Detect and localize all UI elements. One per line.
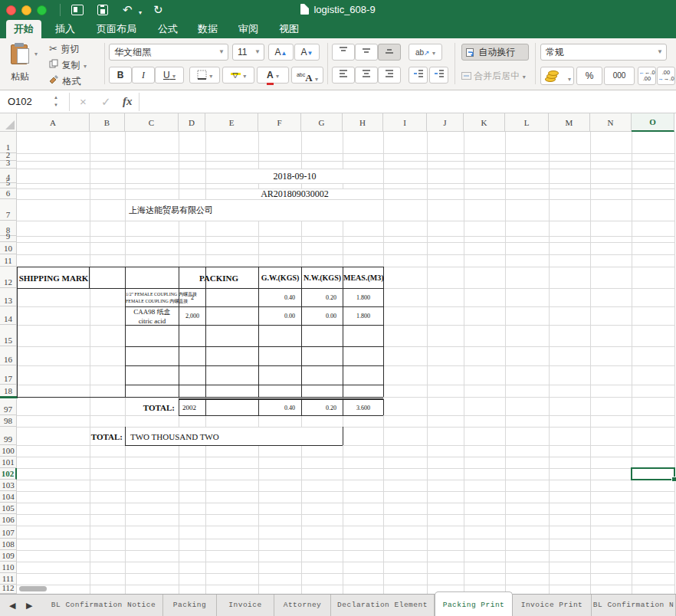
row-header-110[interactable]: 110	[0, 562, 17, 573]
grow-font-button[interactable]: A▲	[268, 44, 294, 61]
font-color-dropdown-icon[interactable]: ▾	[276, 73, 279, 80]
align-left-button[interactable]	[332, 67, 355, 84]
column-header-D[interactable]: D	[179, 113, 205, 132]
sheet-tab-packing-print[interactable]: Packing Print	[435, 591, 513, 616]
selected-cell-O102[interactable]	[631, 467, 675, 480]
row-header-100[interactable]: 100	[0, 445, 17, 457]
align-top-button[interactable]	[332, 44, 355, 61]
row-header-97[interactable]: 97	[0, 399, 17, 415]
column-header-K[interactable]: K	[464, 113, 505, 132]
column-header-F[interactable]: F	[258, 113, 301, 132]
row-header-101[interactable]: 101	[0, 457, 17, 468]
tab-insert[interactable]: 插入	[48, 20, 83, 38]
row-header-107[interactable]: 107	[0, 526, 17, 539]
row-header-106[interactable]: 106	[0, 514, 17, 526]
cell-D12[interactable]: PACKING	[179, 267, 258, 288]
font-color-button[interactable]: A ▾	[257, 67, 289, 84]
percent-style-button[interactable]: %	[576, 67, 602, 85]
row-header-16[interactable]: 16	[0, 346, 17, 365]
underline-dropdown-icon[interactable]: ▾	[172, 73, 176, 80]
cell-B99[interactable]: TOTAL:	[90, 428, 125, 445]
column-header-G[interactable]: G	[301, 113, 343, 132]
cell-C97[interactable]: TOTAL:	[126, 400, 179, 415]
cancel-icon[interactable]: ×	[80, 90, 87, 113]
horizontal-scrollbar-thumb[interactable]	[19, 586, 47, 591]
row-header-99[interactable]: 99	[0, 427, 17, 445]
phonetic-button[interactable]: abcA ▾	[291, 67, 323, 84]
align-bottom-button[interactable]	[378, 44, 401, 61]
align-middle-button[interactable]	[355, 44, 378, 61]
sheet-tab-bl-confirmation-n[interactable]: BL Confirmation N	[592, 595, 676, 616]
font-name-dropdown-icon[interactable]: ▼	[218, 44, 225, 60]
row-header-6[interactable]: 6	[0, 188, 17, 199]
cell-F97[interactable]: 0.40	[259, 400, 301, 415]
fill-color-button[interactable]: 🜄 ▾	[222, 67, 254, 84]
cell-D14[interactable]: 2,000	[179, 307, 205, 325]
orientation-button[interactable]: ab↗ ▾	[409, 44, 442, 61]
cell-H14[interactable]: 1.800	[343, 307, 383, 325]
sheet-tab-packing[interactable]: Packing	[163, 595, 217, 616]
cell-H13[interactable]: 1.800	[343, 289, 383, 306]
sheet-tab-invoice-print[interactable]: Invoice Print	[513, 595, 592, 616]
shrink-font-button[interactable]: A▼	[294, 44, 320, 61]
merge-center-button[interactable]: 合并后居中 ▾	[461, 70, 526, 83]
increase-decimal-button[interactable]: ←←.0 .00	[638, 67, 656, 85]
bold-button[interactable]: B	[109, 67, 132, 84]
column-header-E[interactable]: E	[205, 113, 258, 132]
row-header-17[interactable]: 17	[0, 365, 17, 385]
orientation-dropdown-icon[interactable]: ▾	[432, 50, 435, 57]
row-header-13[interactable]: 13	[0, 288, 17, 306]
accounting-dropdown-icon[interactable]: ▾	[568, 72, 571, 87]
tab-view[interactable]: 视图	[271, 20, 307, 38]
font-size-combobox[interactable]: 11 ▼	[232, 44, 264, 61]
row-header-105[interactable]: 105	[0, 503, 17, 514]
row-header-9[interactable]: 9	[0, 236, 17, 242]
number-format-dropdown-icon[interactable]: ▼	[657, 44, 663, 60]
row-header-112[interactable]: 112	[0, 585, 17, 594]
row-header-108[interactable]: 108	[0, 539, 17, 550]
row-header-98[interactable]: 98	[0, 415, 17, 427]
decrease-indent-button[interactable]	[409, 67, 428, 84]
column-header-M[interactable]: M	[549, 113, 590, 132]
enter-icon[interactable]: ✓	[101, 90, 111, 113]
column-header-B[interactable]: B	[90, 113, 125, 132]
prev-sheet-icon[interactable]: ◀	[9, 595, 15, 616]
select-all-corner[interactable]	[0, 113, 17, 132]
row-header-7[interactable]: 7	[0, 199, 17, 221]
align-center-button[interactable]	[355, 67, 378, 84]
phonetic-dropdown-icon[interactable]: ▾	[315, 76, 318, 83]
decrease-decimal-button[interactable]: .00 →→.0	[657, 67, 675, 85]
fill-color-dropdown-icon[interactable]: ▾	[243, 73, 246, 80]
cell-C14[interactable]: CAA98 纸盒citric acid	[126, 307, 179, 325]
cell-E4[interactable]: 2018-09-10	[206, 169, 383, 183]
column-header-L[interactable]: L	[505, 113, 549, 132]
comma-style-button[interactable]: 000	[604, 67, 635, 85]
cell-H97[interactable]: 3.600	[343, 400, 383, 415]
cell-F13[interactable]: 0.40	[259, 289, 301, 306]
borders-dropdown-icon[interactable]: ▾	[209, 73, 212, 80]
cell-C7[interactable]: 上海达能贸易有限公司	[126, 200, 378, 221]
row-header-104[interactable]: 104	[0, 491, 17, 503]
align-right-button[interactable]	[378, 67, 401, 84]
row-header-12[interactable]: 12	[0, 267, 17, 288]
font-name-combobox[interactable]: 华文细黑 ▼	[109, 44, 228, 61]
fill-handle[interactable]	[671, 477, 676, 482]
tab-formulas[interactable]: 公式	[150, 20, 185, 38]
tab-home[interactable]: 开始	[6, 20, 41, 38]
row-header-15[interactable]: 15	[0, 325, 17, 346]
underline-button[interactable]: U ▾	[155, 67, 184, 84]
insert-function-icon[interactable]: fx	[123, 90, 133, 113]
sheet-tab-bl-confirmation-notice[interactable]: BL Confirmation Notice	[44, 595, 163, 616]
sheet-tab-declaration-element[interactable]: Declaration Element	[331, 595, 435, 616]
format-painter-button[interactable]: 格式	[49, 74, 80, 88]
cut-button[interactable]: ✂ 剪切	[49, 41, 79, 56]
column-header-A[interactable]: A	[17, 113, 90, 132]
formula-input[interactable]	[143, 90, 676, 113]
row-header-11[interactable]: 11	[0, 254, 17, 267]
cell-G12[interactable]: N.W.(KGS)	[302, 267, 343, 288]
paste-dropdown-icon[interactable]: ▾	[34, 51, 38, 57]
column-header-J[interactable]: J	[427, 113, 464, 132]
column-header-C[interactable]: C	[125, 113, 179, 132]
row-header-109[interactable]: 109	[0, 550, 17, 562]
cell-D97[interactable]: 2002	[179, 400, 205, 415]
